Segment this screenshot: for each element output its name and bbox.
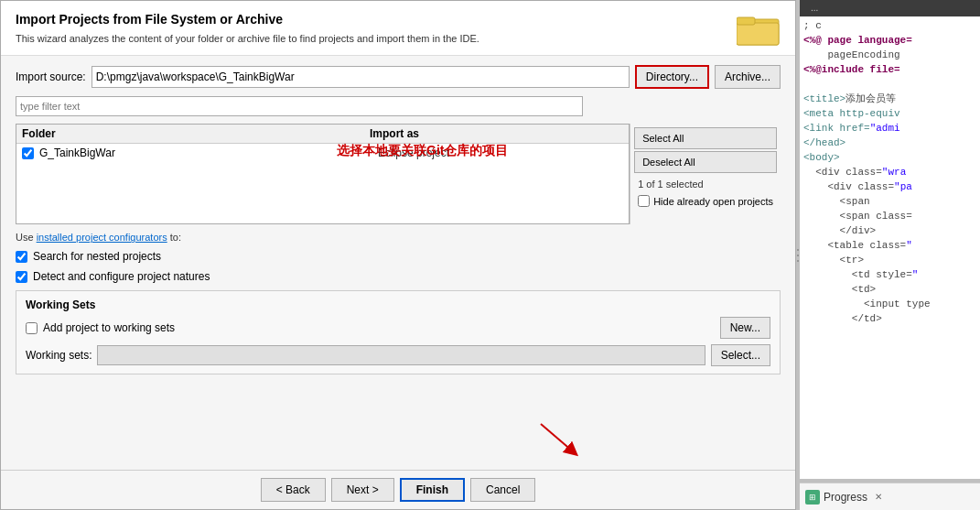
configurators-link[interactable]: installed project configurators: [37, 232, 167, 243]
project-row: G_TainkBigWar Eclipse project: [16, 144, 629, 162]
ws-add-label: Add project to working sets: [43, 321, 175, 334]
ws-add-checkbox[interactable]: [26, 322, 38, 334]
code-line-13: <span: [800, 194, 980, 209]
import-source-row: Import source: Directory... Archive...: [16, 65, 781, 89]
finish-button[interactable]: Finish: [400, 478, 465, 502]
select-all-button[interactable]: Select All: [634, 127, 777, 149]
working-sets-title: Working Sets: [26, 298, 770, 311]
detect-configure-checkbox[interactable]: [16, 271, 27, 283]
svg-point-6: [797, 260, 799, 262]
code-line-14: <span class=: [800, 209, 980, 223]
svg-rect-2: [737, 17, 755, 25]
directory-button[interactable]: Directory...: [635, 65, 709, 89]
svg-point-4: [797, 249, 799, 251]
progress-icon: ⊞: [805, 490, 820, 505]
code-line-15: </div>: [800, 223, 980, 238]
ws-add-row: Add project to working sets New...: [26, 317, 770, 339]
import-dialog: Import Projects from File System or Arch…: [0, 0, 796, 510]
code-line-10: <body>: [800, 150, 980, 165]
code-line-4: <%@include file=: [800, 62, 980, 77]
svg-point-5: [797, 255, 799, 256]
dialog-footer: < Back Next > Finish Cancel: [1, 470, 795, 509]
project-import-as: Eclipse project: [378, 146, 449, 159]
working-sets-section: Working Sets Add project to working sets…: [16, 290, 781, 374]
col-folder-header: Folder: [22, 127, 370, 140]
code-line-5: [800, 77, 980, 92]
dialog-title: Import Projects from File System or Arch…: [16, 12, 781, 27]
side-buttons: Select All Deselect All 1 of 1 selected …: [630, 124, 781, 224]
svg-rect-1: [737, 23, 779, 45]
ws-select-button[interactable]: Select...: [711, 344, 770, 366]
dialog-description: This wizard analyzes the content of your…: [16, 32, 781, 46]
code-line-16: <table class=": [800, 238, 980, 253]
project-checkbox[interactable]: [22, 147, 34, 159]
search-nested-row: Search for nested projects: [16, 250, 781, 263]
dialog-header: Import Projects from File System or Arch…: [1, 1, 795, 56]
code-line-21: </td>: [800, 311, 980, 326]
ws-label: Working sets:: [26, 349, 92, 362]
code-line-8: <link href="admi: [800, 121, 980, 136]
import-source-label: Import source:: [16, 71, 86, 83]
hide-label: Hide already open projects: [653, 196, 773, 207]
code-line-9: </head>: [800, 136, 980, 150]
code-line-3: pageEncoding: [800, 48, 980, 62]
archive-button[interactable]: Archive...: [715, 65, 781, 89]
hide-open-checkbox[interactable]: [638, 195, 650, 207]
code-panel: ... ; c <%@ page language= pageEncoding …: [800, 0, 980, 510]
code-editor-header: ...: [800, 0, 980, 16]
svg-line-3: [541, 424, 573, 451]
cancel-button[interactable]: Cancel: [470, 478, 535, 502]
filter-input[interactable]: [16, 96, 583, 116]
code-tab[interactable]: ...: [805, 3, 824, 13]
projects-header: Folder Import as: [16, 125, 629, 144]
filter-row: [16, 96, 781, 116]
code-line-12: <div class="pa: [800, 179, 980, 194]
folder-icon: [737, 10, 781, 47]
ws-input-row: Working sets: Select...: [26, 344, 770, 366]
hide-row: Hide already open projects: [634, 193, 777, 209]
code-line-19: <td>: [800, 282, 980, 297]
dialog-body: Import source: Directory... Archive... F…: [1, 56, 795, 470]
detect-configure-label: Detect and configure project natures: [33, 270, 210, 283]
ws-input[interactable]: [97, 345, 705, 365]
import-source-input[interactable]: [92, 66, 630, 88]
detect-configure-row: Detect and configure project natures: [16, 270, 781, 283]
configurators-row: Use installed project configurators to:: [16, 232, 781, 243]
code-line-11: <div class="wra: [800, 165, 980, 179]
project-name: G_TainkBigWar: [39, 146, 378, 159]
code-line-2: <%@ page language=: [800, 33, 980, 48]
code-line-6: <title>添加会员等: [800, 92, 980, 106]
red-arrow: [532, 419, 605, 465]
code-line-1: ; c: [800, 18, 980, 33]
code-line-18: <td style=": [800, 267, 980, 282]
search-nested-label: Search for nested projects: [33, 250, 161, 263]
progress-panel: ⊞ Progress ✕: [800, 483, 980, 510]
next-button[interactable]: Next >: [331, 478, 394, 502]
progress-close-icon[interactable]: ✕: [875, 492, 882, 502]
code-line-17: <tr>: [800, 253, 980, 267]
configurators-prefix: Use: [16, 232, 37, 243]
projects-area: Folder Import as G_TainkBigWar Eclipse p…: [16, 124, 630, 224]
code-content: ; c <%@ page language= pageEncoding <%@i…: [800, 16, 980, 479]
selection-status: 1 of 1 selected: [634, 175, 777, 191]
back-button[interactable]: < Back: [261, 478, 326, 502]
code-line-7: <meta http-equiv: [800, 106, 980, 121]
col-import-header: Import as: [370, 127, 553, 140]
deselect-all-button[interactable]: Deselect All: [634, 151, 777, 173]
search-nested-checkbox[interactable]: [16, 251, 27, 263]
ws-new-button[interactable]: New...: [720, 317, 770, 339]
code-line-20: <input type: [800, 297, 980, 311]
configurators-suffix: to:: [167, 232, 181, 243]
progress-label: Progress: [824, 491, 867, 504]
